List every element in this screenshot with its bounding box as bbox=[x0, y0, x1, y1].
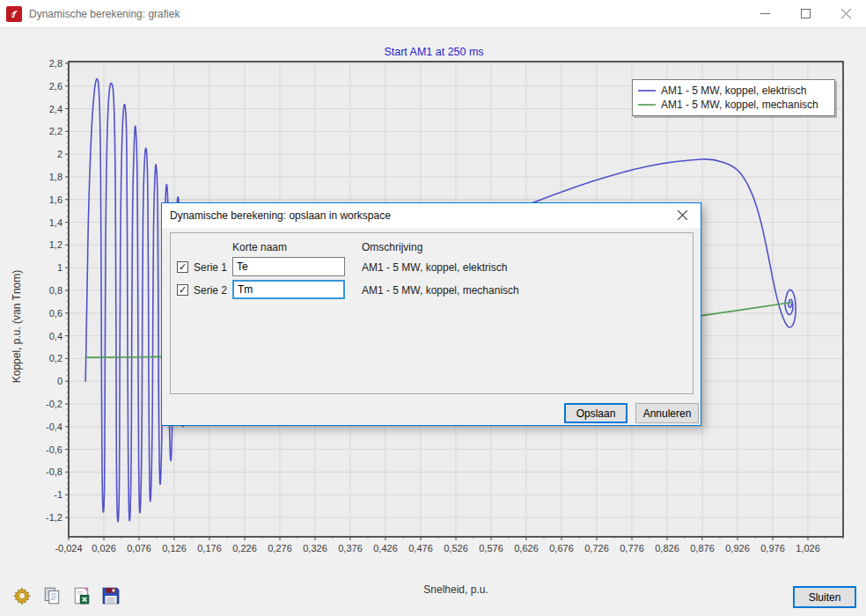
svg-text:0,976: 0,976 bbox=[760, 543, 785, 554]
close-icon bbox=[678, 208, 687, 224]
dialog-close-button[interactable] bbox=[669, 206, 695, 225]
svg-text:1,6: 1,6 bbox=[49, 194, 62, 205]
svg-text:0,376: 0,376 bbox=[338, 543, 363, 554]
gear-icon bbox=[12, 586, 32, 605]
window-title: Dynamische berekening: grafiek bbox=[29, 8, 180, 20]
svg-text:-1,2: -1,2 bbox=[46, 512, 62, 523]
serie-2-checkbox[interactable]: ✓ bbox=[177, 284, 188, 296]
legend-label-electrical: AM1 - 5 MW, koppel, elektrisch bbox=[661, 84, 806, 97]
svg-text:0,876: 0,876 bbox=[690, 543, 715, 554]
column-header-description: Omschrijving bbox=[362, 241, 422, 253]
maximize-icon bbox=[801, 6, 811, 22]
save-chart-button[interactable] bbox=[101, 586, 121, 605]
close-button[interactable] bbox=[826, 0, 866, 27]
svg-text:2,4: 2,4 bbox=[49, 104, 62, 114]
svg-text:-0,4: -0,4 bbox=[46, 422, 62, 432]
copy-button[interactable] bbox=[42, 586, 62, 605]
copy-icon bbox=[42, 586, 62, 605]
svg-text:0,126: 0,126 bbox=[162, 543, 187, 554]
bottom-toolbar: Sluiten bbox=[0, 576, 866, 616]
svg-text:-0,2: -0,2 bbox=[46, 399, 62, 409]
column-header-short-name: Korte naam bbox=[232, 241, 287, 253]
legend-item: AM1 - 5 MW, koppel, mechanisch bbox=[638, 98, 829, 112]
svg-text:0,076: 0,076 bbox=[127, 543, 151, 554]
minimize-icon bbox=[760, 6, 770, 22]
save-to-workspace-dialog: Dynamische berekening: opslaan in worksp… bbox=[161, 202, 701, 426]
svg-text:0,426: 0,426 bbox=[373, 543, 398, 554]
maximize-button[interactable] bbox=[785, 0, 826, 27]
chart-legend: AM1 - 5 MW, koppel, elektrisch AM1 - 5 M… bbox=[632, 79, 835, 116]
svg-text:2: 2 bbox=[57, 149, 62, 159]
svg-text:0,026: 0,026 bbox=[92, 543, 116, 554]
svg-text:0,626: 0,626 bbox=[514, 543, 539, 554]
series-mechanical-marker bbox=[638, 104, 656, 106]
y-axis-label: Koppel, p.u. (van Tnom) bbox=[11, 260, 23, 392]
svg-text:0,726: 0,726 bbox=[584, 543, 609, 554]
svg-text:0,776: 0,776 bbox=[620, 543, 644, 554]
svg-text:-0,024: -0,024 bbox=[55, 543, 82, 554]
export-excel-icon bbox=[72, 586, 92, 605]
app-icon bbox=[6, 6, 22, 22]
serie-1-name-input[interactable] bbox=[232, 257, 345, 276]
opslaan-button[interactable]: Opslaan bbox=[564, 403, 627, 423]
svg-text:0,526: 0,526 bbox=[444, 543, 468, 554]
chart-title: Start AM1 at 250 ms bbox=[315, 46, 553, 58]
svg-text:0,276: 0,276 bbox=[268, 543, 292, 554]
serie-2-label: Serie 2 bbox=[194, 284, 227, 297]
dialog-title: Dynamische berekening: opslaan in worksp… bbox=[170, 209, 391, 222]
svg-text:0,8: 0,8 bbox=[49, 285, 62, 296]
svg-text:0,576: 0,576 bbox=[479, 543, 503, 554]
svg-text:0,6: 0,6 bbox=[49, 308, 62, 319]
check-icon: ✓ bbox=[179, 285, 187, 294]
sluiten-button[interactable]: Sluiten bbox=[793, 586, 856, 608]
svg-text:0: 0 bbox=[57, 376, 62, 386]
dialog-titlebar[interactable]: Dynamische berekening: opslaan in worksp… bbox=[162, 203, 701, 228]
svg-text:2,6: 2,6 bbox=[49, 81, 62, 92]
svg-text:0,476: 0,476 bbox=[408, 543, 433, 554]
legend-item: AM1 - 5 MW, koppel, elektrisch bbox=[638, 84, 829, 98]
series-electrical-marker bbox=[638, 90, 656, 92]
svg-text:0,4: 0,4 bbox=[49, 331, 62, 341]
svg-text:0,826: 0,826 bbox=[655, 543, 679, 554]
floppy-disk-icon bbox=[101, 586, 121, 605]
svg-text:0,326: 0,326 bbox=[303, 543, 327, 554]
svg-text:0,676: 0,676 bbox=[549, 543, 574, 554]
close-icon bbox=[841, 6, 851, 22]
svg-text:0,926: 0,926 bbox=[725, 543, 750, 554]
svg-text:-0,8: -0,8 bbox=[46, 466, 62, 477]
serie-2-name-input[interactable] bbox=[232, 280, 345, 299]
svg-text:2,2: 2,2 bbox=[49, 126, 62, 136]
minimize-button[interactable] bbox=[745, 0, 785, 27]
export-excel-button[interactable] bbox=[72, 586, 92, 605]
serie-1-label: Serie 1 bbox=[194, 261, 227, 274]
svg-text:1,8: 1,8 bbox=[49, 172, 62, 182]
serie-1-description: AM1 - 5 MW, koppel, elektrisch bbox=[362, 261, 507, 274]
svg-text:1,4: 1,4 bbox=[49, 217, 62, 228]
svg-text:0,176: 0,176 bbox=[197, 543, 222, 554]
svg-text:-0,6: -0,6 bbox=[46, 444, 62, 455]
svg-text:1,2: 1,2 bbox=[49, 239, 62, 250]
settings-button[interactable] bbox=[12, 586, 32, 605]
svg-text:1: 1 bbox=[57, 262, 62, 273]
serie-2-description: AM1 - 5 MW, koppel, mechanisch bbox=[362, 284, 519, 297]
svg-text:-1: -1 bbox=[54, 489, 62, 500]
svg-text:1,026: 1,026 bbox=[796, 543, 820, 554]
window-titlebar: Dynamische berekening: grafiek bbox=[0, 0, 866, 28]
check-icon: ✓ bbox=[179, 262, 187, 271]
serie-1-checkbox[interactable]: ✓ bbox=[177, 261, 188, 273]
svg-text:2,8: 2,8 bbox=[49, 58, 62, 69]
legend-label-mechanical: AM1 - 5 MW, koppel, mechanisch bbox=[661, 99, 818, 111]
svg-text:0,226: 0,226 bbox=[232, 543, 257, 554]
svg-text:0,2: 0,2 bbox=[49, 353, 62, 363]
annuleren-button[interactable]: Annuleren bbox=[635, 403, 699, 423]
